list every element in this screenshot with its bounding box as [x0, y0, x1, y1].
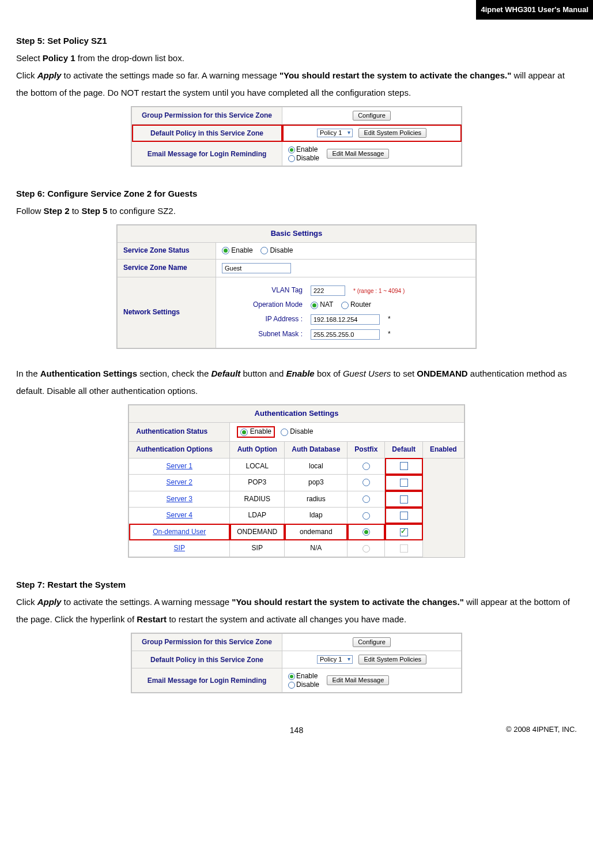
vlan-range-note: * (range : 1 ~ 4094 ) — [353, 287, 405, 295]
auth-postfix-cell: ondemand — [285, 524, 348, 540]
configure-button[interactable]: Configure — [353, 637, 391, 647]
step6-para1: Follow Step 2 to Step 5 to configure SZ2… — [16, 202, 577, 220]
enable-radio[interactable] — [288, 146, 295, 153]
auth-option-link[interactable]: SIP — [174, 544, 185, 552]
text: to set — [391, 369, 417, 378]
enabled-checkbox[interactable] — [400, 512, 408, 520]
default-policy-label: Default Policy in this Service Zone — [132, 651, 282, 668]
network-settings-label: Network Settings — [118, 277, 216, 348]
disable-radio[interactable] — [288, 155, 295, 162]
asterisk: * — [388, 330, 391, 339]
policy-select[interactable]: Policy 1 — [317, 655, 353, 664]
auth-db-cell: ONDEMAND — [230, 524, 285, 540]
figure-policy-restart: Group Permission for this Service Zone C… — [131, 633, 462, 693]
enable-label: Enable — [296, 672, 318, 680]
warning-bold: "You should restart the system to activa… — [279, 70, 511, 80]
ip-address-input[interactable]: 192.168.12.254 — [311, 314, 380, 325]
text: to activate the settings made so far. A … — [61, 70, 279, 80]
auth-postfix-cell: ldap — [285, 508, 348, 524]
edit-mail-message-button[interactable]: Edit Mail Message — [327, 675, 389, 685]
auth-postfix-cell: N/A — [285, 540, 348, 557]
default-radio — [362, 545, 370, 553]
table-row: On-demand UserONDEMANDondemand — [129, 524, 464, 540]
default-radio[interactable] — [362, 479, 370, 486]
auth-postfix-cell: radius — [285, 491, 348, 508]
table-row: Server 4LDAPldap — [129, 508, 464, 524]
auth-db-cell: RADIUS — [230, 491, 285, 508]
col-auth-database: Auth Database — [285, 441, 348, 458]
col-default: Default — [385, 441, 423, 458]
auth-option-link[interactable]: Server 1 — [167, 462, 192, 470]
edit-mail-message-button[interactable]: Edit Mail Message — [327, 149, 389, 159]
ip-address-label: IP Address : — [222, 315, 303, 324]
col-postfix: Postfix — [348, 441, 385, 458]
vlan-tag-label: VLAN Tag — [222, 286, 303, 295]
auth-default-cell — [348, 540, 385, 557]
ondemand-bold: ONDEMAND — [417, 369, 467, 378]
step5-bold: Step 5 — [81, 206, 107, 216]
table-row: Server 2POP3pop3 — [129, 475, 464, 491]
enable-label: Enable — [231, 246, 252, 254]
configure-button[interactable]: Configure — [353, 111, 391, 121]
step5-para2: Click Apply to activate the settings mad… — [16, 67, 577, 102]
service-zone-name-input[interactable]: Guest — [222, 263, 291, 273]
default-radio[interactable] — [362, 495, 370, 503]
disable-label: Disable — [296, 681, 319, 689]
auth-disable-radio[interactable] — [281, 429, 288, 436]
figure-basic-settings: Basic Settings Service Zone Status Enabl… — [116, 224, 477, 349]
auth-option-link[interactable]: Server 4 — [167, 511, 192, 519]
router-radio[interactable] — [341, 302, 349, 309]
auth-db-cell: SIP — [230, 540, 285, 557]
auth-option-link[interactable]: Server 2 — [167, 478, 192, 486]
auth-enabled-cell — [385, 491, 423, 508]
nat-radio[interactable] — [311, 302, 318, 309]
text: from the drop-down list box. — [75, 53, 184, 63]
auth-default-cell — [348, 524, 385, 540]
auth-option-link[interactable]: On-demand User — [153, 528, 206, 536]
status-disable-radio[interactable] — [260, 247, 268, 254]
auth-option-cell: Server 4 — [129, 508, 230, 524]
auth-db-cell: LDAP — [230, 508, 285, 524]
apply-bold: Apply — [37, 597, 62, 607]
vlan-tag-input[interactable]: 222 — [311, 285, 345, 296]
text: Click — [16, 70, 37, 80]
text: In the — [16, 369, 40, 378]
auth-enabled-cell — [385, 540, 423, 557]
edit-system-policies-button[interactable]: Edit System Policies — [358, 128, 426, 138]
disable-label: Disable — [296, 154, 319, 162]
auth-status-label: Authentication Status — [129, 423, 230, 442]
operation-mode-label: Operation Mode — [222, 300, 303, 310]
enabled-checkbox[interactable] — [400, 479, 408, 487]
subnet-mask-input[interactable]: 255.255.255.0 — [311, 329, 380, 340]
default-radio[interactable] — [362, 463, 370, 470]
page-number: 148 — [290, 722, 303, 738]
text: section, check the — [137, 369, 211, 378]
enabled-checkbox[interactable] — [400, 462, 408, 470]
figure-auth-settings: Authentication Settings Authentication S… — [128, 404, 464, 558]
enabled-checkbox — [400, 544, 408, 553]
enabled-checkbox[interactable] — [400, 495, 408, 503]
text: button and — [240, 369, 286, 378]
disable-radio[interactable] — [288, 682, 295, 689]
enable-label: Enable — [296, 145, 318, 153]
enable-bold: Enable — [286, 369, 315, 378]
group-permission-label: Group Permission for this Service Zone — [132, 107, 282, 125]
edit-system-policies-button[interactable]: Edit System Policies — [358, 655, 426, 664]
auth-enabled-cell — [385, 458, 423, 475]
disable-label: Disable — [270, 246, 293, 254]
basic-settings-title: Basic Settings — [118, 226, 476, 243]
auth-option-link[interactable]: Server 3 — [167, 495, 192, 503]
auth-option-cell: Server 2 — [129, 475, 230, 491]
enabled-checkbox[interactable] — [400, 528, 408, 536]
enable-radio[interactable] — [288, 673, 295, 680]
default-radio[interactable] — [362, 512, 370, 520]
auth-enable-radio[interactable] — [240, 429, 248, 436]
default-radio[interactable] — [362, 528, 370, 536]
policy-select[interactable]: Policy 1 — [317, 129, 353, 137]
service-zone-name-label: Service Zone Name — [118, 259, 216, 277]
asterisk: * — [388, 315, 391, 324]
auth-options-label: Authentication Options — [129, 441, 230, 458]
disable-label: Disable — [290, 427, 313, 435]
auth-option-cell: On-demand User — [129, 524, 230, 540]
status-enable-radio[interactable] — [222, 247, 229, 254]
